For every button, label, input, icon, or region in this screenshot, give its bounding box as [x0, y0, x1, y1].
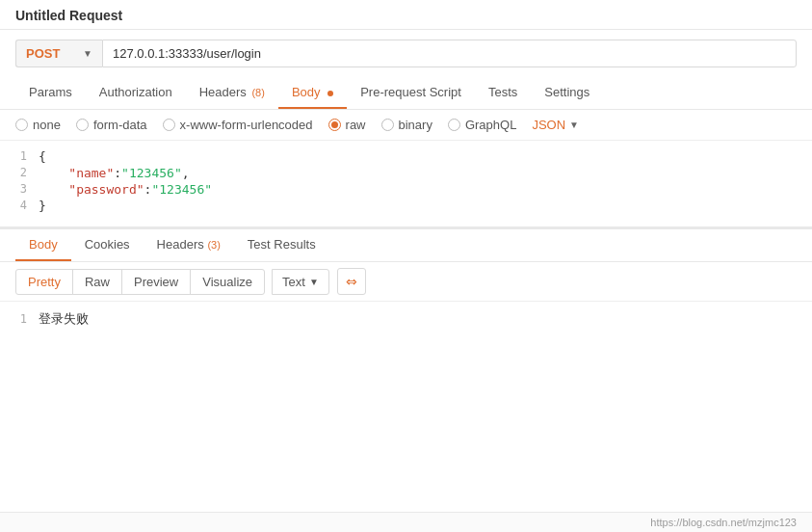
- code-editor[interactable]: 1 { 2 "name":"123456", 3 "password":"123…: [0, 141, 812, 227]
- option-raw[interactable]: raw: [328, 118, 366, 132]
- tab-settings[interactable]: Settings: [531, 77, 603, 109]
- option-binary[interactable]: binary: [381, 118, 432, 132]
- radio-graphql: [448, 119, 460, 131]
- radio-raw: [328, 119, 341, 131]
- radio-x-www: [163, 119, 175, 131]
- line-number: 4: [0, 199, 39, 212]
- code-val-password: "123456": [151, 182, 212, 197]
- method-chevron-icon: ▼: [83, 48, 92, 59]
- resp-tab-test-results[interactable]: Test Results: [234, 229, 329, 261]
- json-format-label: JSON: [532, 118, 565, 132]
- json-format-dropdown[interactable]: JSON ▼: [532, 118, 579, 132]
- response-section: Body Cookies Headers (3) Test Results Pr…: [0, 227, 812, 512]
- text-dropdown-arrow-icon: ▼: [309, 277, 319, 287]
- code-line-3: 3 "password":"123456": [0, 181, 812, 198]
- body-dot-indicator: [327, 91, 333, 96]
- tab-tests[interactable]: Tests: [475, 77, 531, 109]
- line-number: 1: [0, 149, 39, 163]
- code-name-pair: "name":"123456",: [39, 166, 812, 180]
- option-none[interactable]: none: [15, 118, 61, 132]
- method-select[interactable]: POST ▼: [15, 40, 102, 67]
- app-container: Untitled Request POST ▼ Params Authoriza…: [0, 0, 812, 532]
- code-val-name: "123456": [121, 166, 182, 180]
- radio-binary: [381, 119, 394, 131]
- resp-text: 登录失败: [39, 310, 89, 328]
- response-tabs: Body Cookies Headers (3) Test Results: [0, 229, 812, 262]
- title-bar: Untitled Request: [0, 0, 812, 30]
- code-key-password: "password": [68, 182, 144, 197]
- tab-params[interactable]: Params: [15, 77, 86, 109]
- text-format-dropdown[interactable]: Text ▼: [272, 269, 329, 295]
- view-preview-button[interactable]: Preview: [121, 269, 191, 295]
- tab-prerequest[interactable]: Pre-request Script: [347, 77, 475, 109]
- option-x-www[interactable]: x-www-form-urlencoded: [163, 118, 313, 132]
- resp-tab-headers[interactable]: Headers (3): [144, 229, 234, 261]
- code-key-name: "name": [68, 166, 114, 180]
- request-tabs: Params Authorization Headers (8) Body Pr…: [0, 77, 812, 110]
- json-dropdown-arrow-icon: ▼: [569, 120, 579, 130]
- text-format-label: Text: [282, 275, 305, 289]
- method-label: POST: [26, 46, 60, 61]
- code-password-pair: "password":"123456": [39, 182, 812, 197]
- line-number: 2: [0, 166, 39, 179]
- response-line-1: 1 登录失败: [0, 309, 812, 329]
- option-graphql[interactable]: GraphQL: [448, 118, 516, 132]
- view-raw-button[interactable]: Raw: [72, 269, 122, 295]
- response-toolbar: Pretty Raw Preview Visualize Text ▼ ⇔: [0, 262, 812, 302]
- body-options: none form-data x-www-form-urlencoded raw…: [0, 110, 812, 141]
- page-title: Untitled Request: [15, 8, 122, 23]
- resp-line-number: 1: [0, 312, 39, 326]
- code-brace-open: {: [39, 149, 812, 164]
- line-number: 3: [0, 182, 39, 196]
- view-pretty-button[interactable]: Pretty: [15, 269, 73, 295]
- resp-tab-body[interactable]: Body: [15, 229, 71, 261]
- url-input[interactable]: [102, 40, 797, 67]
- tab-headers[interactable]: Headers (8): [186, 77, 278, 109]
- response-body: 1 登录失败: [0, 302, 812, 512]
- option-form-data[interactable]: form-data: [76, 118, 147, 132]
- wrap-button[interactable]: ⇔: [337, 268, 366, 295]
- view-visualize-button[interactable]: Visualize: [190, 269, 265, 295]
- resp-tab-cookies[interactable]: Cookies: [71, 229, 144, 261]
- tab-authorization[interactable]: Authorization: [86, 77, 186, 109]
- footer-url: https://blog.csdn.net/mzjmc123: [650, 517, 797, 528]
- url-bar: POST ▼: [0, 30, 812, 77]
- radio-none: [15, 119, 28, 131]
- code-brace-close: }: [39, 199, 812, 213]
- tab-body[interactable]: Body: [278, 77, 347, 109]
- code-line-1: 1 {: [0, 148, 812, 165]
- code-line-4: 4 }: [0, 198, 812, 214]
- code-line-2: 2 "name":"123456",: [0, 165, 812, 181]
- radio-form-data: [76, 119, 89, 131]
- footer: https://blog.csdn.net/mzjmc123: [0, 512, 812, 532]
